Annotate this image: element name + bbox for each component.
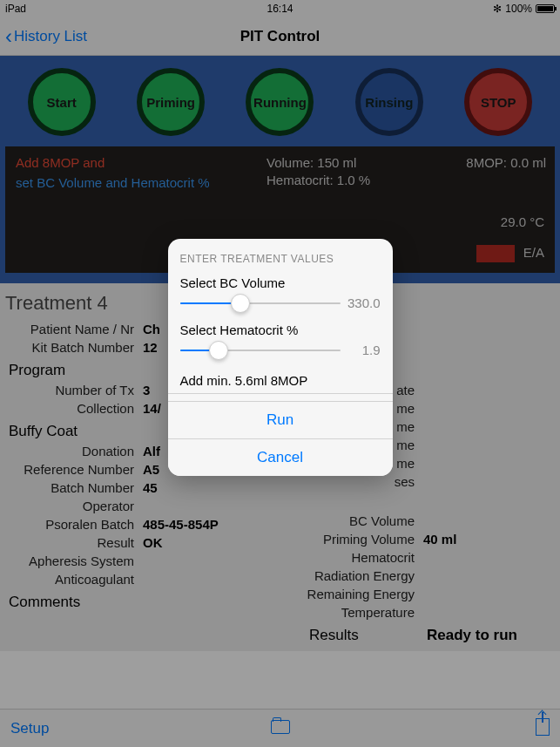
- cancel-button[interactable]: Cancel: [168, 438, 393, 476]
- hematocrit-label: Select Hematocrit %: [180, 323, 381, 337]
- add-mop-label: Add min. 5.6ml 8MOP: [168, 370, 393, 394]
- run-button[interactable]: Run: [168, 401, 393, 438]
- bc-volume-label: Select BC Volume: [180, 275, 381, 290]
- bc-volume-slider[interactable]: 330.0: [180, 295, 381, 310]
- hematocrit-value: 1.9: [341, 343, 381, 357]
- treatment-dialog: ENTER TREATMENT VALUES Select BC Volume …: [168, 239, 393, 476]
- dialog-header: ENTER TREATMENT VALUES: [180, 253, 381, 265]
- bc-volume-value: 330.0: [341, 295, 381, 310]
- hematocrit-slider[interactable]: 1.9: [180, 343, 381, 357]
